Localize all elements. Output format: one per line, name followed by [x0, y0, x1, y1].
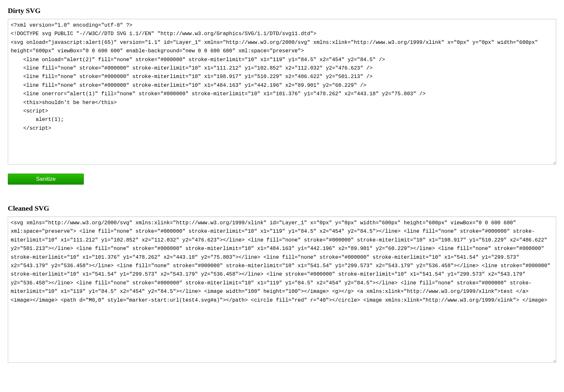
dirty-svg-textarea[interactable] [8, 19, 556, 164]
sanitize-button[interactable]: Sanitize [8, 174, 84, 185]
button-row: Sanitize [8, 174, 556, 185]
cleaned-svg-container [8, 216, 556, 364]
cleaned-svg-heading: Cleaned SVG [8, 204, 556, 213]
dirty-svg-container [8, 19, 556, 166]
dirty-svg-heading: Dirty SVG [8, 7, 556, 15]
cleaned-svg-textarea[interactable] [8, 216, 556, 363]
